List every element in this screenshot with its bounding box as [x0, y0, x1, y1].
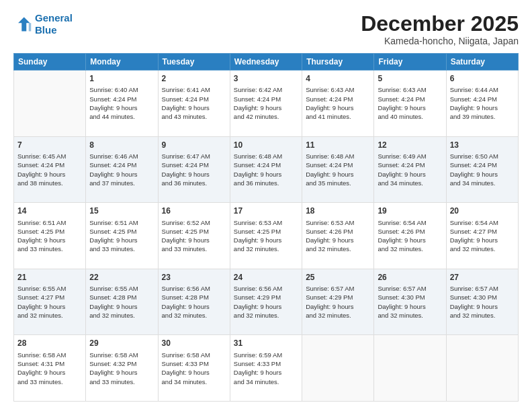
- day-number: 5: [378, 73, 442, 84]
- weekday-header-row: SundayMondayTuesdayWednesdayThursdayFrid…: [14, 54, 519, 71]
- logo-text: General Blue: [35, 12, 73, 36]
- calendar-cell: 30Sunrise: 6:58 AMSunset: 4:33 PMDayligh…: [158, 335, 230, 402]
- calendar-cell: 16Sunrise: 6:52 AMSunset: 4:25 PMDayligh…: [158, 203, 230, 269]
- calendar-cell: 4Sunrise: 6:43 AMSunset: 4:24 PMDaylight…: [302, 71, 374, 137]
- header: General Blue December 2025 Kameda-honcho…: [13, 12, 519, 46]
- calendar-cell: 25Sunrise: 6:57 AMSunset: 4:29 PMDayligh…: [302, 269, 374, 335]
- calendar-week-row: 1Sunrise: 6:40 AMSunset: 4:24 PMDaylight…: [14, 71, 519, 137]
- calendar-cell: 9Sunrise: 6:47 AMSunset: 4:24 PMDaylight…: [158, 136, 230, 203]
- calendar-cell: 5Sunrise: 6:43 AMSunset: 4:24 PMDaylight…: [374, 71, 446, 137]
- cell-info: Sunrise: 6:58 AMSunset: 4:31 PMDaylight:…: [17, 351, 82, 386]
- day-number: 7: [17, 140, 82, 150]
- day-number: 12: [378, 140, 442, 150]
- calendar-cell: 17Sunrise: 6:53 AMSunset: 4:25 PMDayligh…: [230, 203, 302, 269]
- day-number: 24: [234, 272, 298, 283]
- calendar-cell: 13Sunrise: 6:50 AMSunset: 4:24 PMDayligh…: [446, 136, 518, 203]
- cell-info: Sunrise: 6:53 AMSunset: 4:26 PMDaylight:…: [306, 218, 370, 254]
- cell-info: Sunrise: 6:41 AMSunset: 4:24 PMDaylight:…: [162, 85, 226, 121]
- cell-info: Sunrise: 6:47 AMSunset: 4:24 PMDaylight:…: [162, 152, 226, 187]
- calendar-week-row: 7Sunrise: 6:45 AMSunset: 4:24 PMDaylight…: [14, 136, 519, 203]
- day-number: 21: [17, 272, 82, 283]
- calendar-week-row: 14Sunrise: 6:51 AMSunset: 4:25 PMDayligh…: [14, 203, 519, 269]
- cell-info: Sunrise: 6:43 AMSunset: 4:24 PMDaylight:…: [378, 85, 442, 121]
- day-number: 1: [89, 73, 154, 84]
- cell-info: Sunrise: 6:59 AMSunset: 4:33 PMDaylight:…: [234, 351, 298, 386]
- calendar-cell: 26Sunrise: 6:57 AMSunset: 4:30 PMDayligh…: [374, 269, 446, 335]
- calendar-cell: 11Sunrise: 6:48 AMSunset: 4:24 PMDayligh…: [302, 136, 374, 203]
- calendar-cell: 15Sunrise: 6:51 AMSunset: 4:25 PMDayligh…: [86, 203, 158, 269]
- day-number: 10: [234, 140, 298, 150]
- cell-info: Sunrise: 6:54 AMSunset: 4:27 PMDaylight:…: [450, 218, 515, 254]
- day-number: 29: [89, 338, 154, 349]
- weekday-header-friday: Friday: [374, 54, 446, 71]
- cell-info: Sunrise: 6:56 AMSunset: 4:28 PMDaylight:…: [162, 284, 226, 320]
- cell-info: Sunrise: 6:46 AMSunset: 4:24 PMDaylight:…: [89, 152, 154, 187]
- calendar-cell: 8Sunrise: 6:46 AMSunset: 4:24 PMDaylight…: [86, 136, 158, 203]
- cell-info: Sunrise: 6:50 AMSunset: 4:24 PMDaylight:…: [450, 152, 515, 187]
- calendar-cell: [374, 335, 446, 402]
- weekday-header-wednesday: Wednesday: [230, 54, 302, 71]
- calendar-cell: [14, 71, 86, 137]
- cell-info: Sunrise: 6:55 AMSunset: 4:27 PMDaylight:…: [17, 284, 82, 320]
- calendar-cell: 6Sunrise: 6:44 AMSunset: 4:24 PMDaylight…: [446, 71, 518, 137]
- calendar-cell: 23Sunrise: 6:56 AMSunset: 4:28 PMDayligh…: [158, 269, 230, 335]
- calendar-table: SundayMondayTuesdayWednesdayThursdayFrid…: [13, 53, 519, 402]
- calendar-cell: 21Sunrise: 6:55 AMSunset: 4:27 PMDayligh…: [14, 269, 86, 335]
- day-number: 15: [89, 205, 154, 216]
- weekday-header-saturday: Saturday: [446, 54, 518, 71]
- day-number: 28: [17, 338, 82, 349]
- day-number: 30: [162, 338, 226, 349]
- calendar-cell: 20Sunrise: 6:54 AMSunset: 4:27 PMDayligh…: [446, 203, 518, 269]
- title-block: December 2025 Kameda-honcho, Niigata, Ja…: [361, 12, 519, 46]
- cell-info: Sunrise: 6:51 AMSunset: 4:25 PMDaylight:…: [17, 218, 82, 254]
- month-title: December 2025: [361, 12, 519, 36]
- calendar-cell: 22Sunrise: 6:55 AMSunset: 4:28 PMDayligh…: [86, 269, 158, 335]
- cell-info: Sunrise: 6:45 AMSunset: 4:24 PMDaylight:…: [17, 152, 82, 187]
- calendar-week-row: 21Sunrise: 6:55 AMSunset: 4:27 PMDayligh…: [14, 269, 519, 335]
- day-number: 20: [450, 205, 515, 216]
- calendar-cell: 19Sunrise: 6:54 AMSunset: 4:26 PMDayligh…: [374, 203, 446, 269]
- logo-icon: [13, 15, 32, 34]
- weekday-header-sunday: Sunday: [14, 54, 86, 71]
- cell-info: Sunrise: 6:40 AMSunset: 4:24 PMDaylight:…: [89, 85, 154, 121]
- cell-info: Sunrise: 6:44 AMSunset: 4:24 PMDaylight:…: [450, 85, 515, 121]
- calendar-week-row: 28Sunrise: 6:58 AMSunset: 4:31 PMDayligh…: [14, 335, 519, 402]
- cell-info: Sunrise: 6:49 AMSunset: 4:24 PMDaylight:…: [378, 152, 442, 187]
- cell-info: Sunrise: 6:51 AMSunset: 4:25 PMDaylight:…: [89, 218, 154, 254]
- cell-info: Sunrise: 6:42 AMSunset: 4:24 PMDaylight:…: [234, 85, 298, 121]
- calendar-cell: 28Sunrise: 6:58 AMSunset: 4:31 PMDayligh…: [14, 335, 86, 402]
- calendar-cell: 24Sunrise: 6:56 AMSunset: 4:29 PMDayligh…: [230, 269, 302, 335]
- day-number: 27: [450, 272, 515, 283]
- calendar-cell: 29Sunrise: 6:58 AMSunset: 4:32 PMDayligh…: [86, 335, 158, 402]
- day-number: 31: [234, 338, 298, 349]
- cell-info: Sunrise: 6:57 AMSunset: 4:30 PMDaylight:…: [450, 284, 515, 320]
- cell-info: Sunrise: 6:48 AMSunset: 4:24 PMDaylight:…: [306, 152, 370, 187]
- calendar-cell: 10Sunrise: 6:48 AMSunset: 4:24 PMDayligh…: [230, 136, 302, 203]
- calendar-cell: 27Sunrise: 6:57 AMSunset: 4:30 PMDayligh…: [446, 269, 518, 335]
- calendar-cell: 1Sunrise: 6:40 AMSunset: 4:24 PMDaylight…: [86, 71, 158, 137]
- day-number: 23: [162, 272, 226, 283]
- day-number: 14: [17, 205, 82, 216]
- page: General Blue December 2025 Kameda-honcho…: [0, 0, 532, 411]
- calendar-cell: [302, 335, 374, 402]
- day-number: 11: [306, 140, 370, 150]
- svg-marker-0: [18, 17, 30, 32]
- weekday-header-tuesday: Tuesday: [158, 54, 230, 71]
- calendar-cell: 31Sunrise: 6:59 AMSunset: 4:33 PMDayligh…: [230, 335, 302, 402]
- weekday-header-monday: Monday: [86, 54, 158, 71]
- day-number: 9: [162, 140, 226, 150]
- day-number: 22: [89, 272, 154, 283]
- location: Kameda-honcho, Niigata, Japan: [361, 36, 519, 46]
- day-number: 6: [450, 73, 515, 84]
- calendar-cell: 2Sunrise: 6:41 AMSunset: 4:24 PMDaylight…: [158, 71, 230, 137]
- calendar-cell: 7Sunrise: 6:45 AMSunset: 4:24 PMDaylight…: [14, 136, 86, 203]
- cell-info: Sunrise: 6:58 AMSunset: 4:33 PMDaylight:…: [162, 351, 226, 386]
- cell-info: Sunrise: 6:54 AMSunset: 4:26 PMDaylight:…: [378, 218, 442, 254]
- cell-info: Sunrise: 6:57 AMSunset: 4:30 PMDaylight:…: [378, 284, 442, 320]
- calendar-cell: 18Sunrise: 6:53 AMSunset: 4:26 PMDayligh…: [302, 203, 374, 269]
- day-number: 2: [162, 73, 226, 84]
- day-number: 19: [378, 205, 442, 216]
- cell-info: Sunrise: 6:55 AMSunset: 4:28 PMDaylight:…: [89, 284, 154, 320]
- calendar-cell: [446, 335, 518, 402]
- calendar-cell: 3Sunrise: 6:42 AMSunset: 4:24 PMDaylight…: [230, 71, 302, 137]
